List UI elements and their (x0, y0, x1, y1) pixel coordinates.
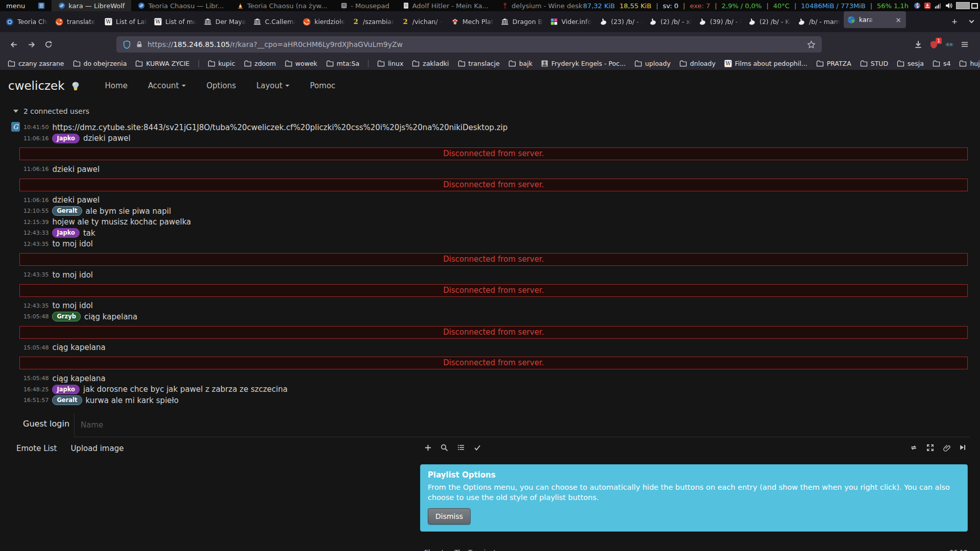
reload-button[interactable] (40, 36, 57, 53)
emote-list-button[interactable]: Emote List (16, 444, 57, 453)
window-button[interactable]: Adolf Hitler - Mein Ka... (396, 0, 495, 11)
bookmark-item[interactable]: czany zasrane (8, 60, 64, 67)
tab[interactable]: Vider.info (547, 11, 596, 32)
bookmark-item[interactable]: do obejrzenia (73, 60, 127, 67)
bluetooth-icon[interactable] (914, 2, 921, 9)
window-button[interactable]: kara — LibreWolf (52, 0, 131, 11)
new-tab-button[interactable]: + (947, 15, 962, 29)
tab-active[interactable]: kara× (844, 11, 906, 28)
userlist-toggle[interactable]: 2 connected users (0, 94, 980, 115)
bookmark-item[interactable]: sesja (897, 60, 924, 67)
site-brand[interactable]: cweliczek (8, 79, 82, 92)
message-timestamp: 16:51:57 (23, 397, 48, 404)
nav-link-layout[interactable]: Layout (246, 78, 300, 94)
nav-link-home[interactable]: Home (95, 78, 138, 94)
bookmark-item[interactable]: KURWA ZYCIE (135, 60, 189, 67)
nav-link-label: Options (206, 81, 236, 90)
guest-name-input[interactable] (74, 414, 970, 437)
downloads-icon[interactable] (914, 40, 923, 49)
dismiss-button[interactable]: Dismiss (428, 508, 471, 524)
nav-link-account[interactable]: Account (138, 78, 197, 94)
bookmark-item[interactable]: dnloady (679, 60, 716, 67)
workspace-pager[interactable] (956, 2, 978, 9)
bookmark-item[interactable]: translacje (458, 60, 500, 67)
url-bar[interactable]: https://185.246.85.105/r/kara?__cpo=aHR0… (116, 36, 822, 53)
tab[interactable]: kierdziołe (299, 11, 349, 32)
tab-bar: Teoria ChatranslateWList of LatiWList of… (0, 11, 980, 32)
wiki-icon: W (154, 18, 162, 26)
add-icon[interactable] (424, 444, 432, 452)
bookmark-item[interactable]: s4 (933, 60, 950, 67)
window-button[interactable] (31, 0, 52, 11)
check-icon[interactable] (474, 444, 481, 452)
bookmark-item[interactable]: zakladki (412, 60, 449, 67)
tab[interactable]: Mech Plat (448, 11, 497, 32)
window-button[interactable]: delysium - Wine deskt... (495, 0, 583, 11)
tab[interactable]: Dragon Ba (497, 11, 547, 32)
shield-icon[interactable] (122, 40, 131, 49)
signal-icon[interactable] (934, 2, 942, 9)
tab[interactable]: (23) /b/ - s (596, 11, 646, 32)
upload-image-button[interactable]: Upload image (70, 444, 124, 453)
tab[interactable]: Teoria Cha (2, 11, 52, 32)
next-icon[interactable] (959, 444, 966, 451)
tab[interactable]: C.Callema (250, 11, 299, 32)
librewolf-icon (58, 2, 65, 9)
tab[interactable]: (39) /b/ - k (695, 11, 745, 32)
nav-link-options[interactable]: Options (196, 78, 246, 94)
tab[interactable]: WList of Lati (101, 11, 151, 32)
bookmark-item[interactable]: linux (377, 60, 403, 67)
window-button[interactable]: - Mousepad (334, 0, 396, 11)
repeat-icon[interactable] (910, 444, 918, 452)
bookmark-item[interactable]: bajk (508, 60, 532, 67)
bookmark-item[interactable]: WFilms about pedophil... (724, 60, 807, 67)
bookmark-star-icon[interactable] (807, 40, 816, 49)
workspace-2[interactable] (971, 3, 978, 9)
tab[interactable]: 2/szambiar (349, 11, 398, 32)
tab[interactable]: (2) /b/ - xD (646, 11, 695, 32)
tab-overflow-button[interactable] (965, 15, 978, 29)
tab[interactable]: translate (52, 11, 101, 32)
volume-icon[interactable] (945, 2, 953, 10)
bookmark-item[interactable]: mta:Sa (326, 60, 360, 67)
bookmark-item[interactable]: uploady (634, 60, 671, 67)
bookmark-item[interactable]: zdoom (244, 60, 276, 67)
tab-title: /b/ - mam (809, 18, 840, 26)
window-button[interactable]: Teoria Chaosu — Libr... (131, 0, 230, 11)
museum-icon (204, 18, 212, 26)
system-menu-button[interactable]: menu (2, 2, 29, 10)
bookmark-item[interactable]: huj (959, 60, 979, 67)
back-button[interactable] (5, 36, 22, 53)
bookmark-item[interactable]: kupic (208, 60, 235, 67)
bookmark-item[interactable]: Fryderyk Engels - Poc... (541, 60, 626, 67)
message-link[interactable]: https://dmz.cytube.site:8443/sv21jG1J8O/… (52, 123, 507, 132)
ublock-icon[interactable]: 1 (929, 40, 938, 49)
yellow2-icon: 2 (352, 18, 359, 26)
bookmark-item[interactable]: STUD (860, 60, 888, 67)
tab[interactable]: (2) /b/ - Ko (745, 11, 794, 32)
search-icon[interactable] (440, 444, 448, 452)
forward-button[interactable] (22, 36, 40, 53)
tab[interactable]: Der Maya (200, 11, 250, 32)
menu-icon[interactable] (961, 40, 969, 48)
workspace-1[interactable] (956, 2, 970, 9)
window-button[interactable]: Teoria Chaosu (na żyw... (230, 0, 334, 11)
tab[interactable]: 2/vichan/ - (398, 11, 448, 32)
nav-link-pomoc[interactable]: Pomoc (300, 78, 346, 94)
tab-close-button[interactable]: × (894, 15, 902, 24)
goggles-icon[interactable] (945, 40, 954, 49)
playlist-icon[interactable] (457, 444, 465, 451)
lock-icon[interactable] (136, 41, 143, 48)
queue-item[interactable]: Elevate - The Terminator 06:19 (424, 548, 968, 551)
bookmark-label: Fryderyk Engels - Poc... (551, 60, 626, 67)
downloader-icon[interactable] (924, 2, 931, 9)
bookmark-item[interactable]: PRATZA (816, 60, 851, 67)
toolbar-right-icons: 1 (914, 40, 975, 49)
link-icon[interactable] (943, 444, 950, 452)
expand-icon[interactable] (926, 444, 934, 452)
bookmarks-separator (368, 60, 369, 67)
tab[interactable]: WList of mu (151, 11, 200, 32)
tab[interactable]: /b/ - mam (794, 11, 844, 32)
bookmark-item[interactable]: wowek (285, 60, 317, 67)
message-timestamp: 12:43:35 (23, 271, 48, 278)
